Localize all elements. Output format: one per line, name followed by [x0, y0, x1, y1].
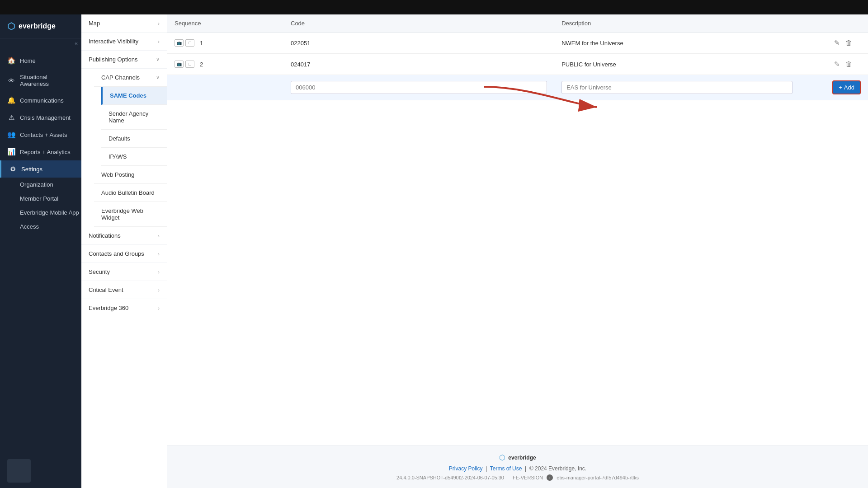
- sidebar-item-home[interactable]: 🏠 Home: [0, 52, 81, 69]
- delete-button-2[interactable]: 🗑: [844, 59, 854, 69]
- sidebar-item-home-label: Home: [20, 57, 36, 64]
- tv-icon: 📺: [175, 61, 184, 68]
- sidebar-nav: 🏠 Home 👁 Situational Awareness 🔔 Communi…: [0, 48, 81, 454]
- row-icons-1: 📺 □ 1: [175, 39, 276, 47]
- version-text: 24.4.0.0-SNAPSHOT-d5490f2-2024-06-07-05:…: [396, 475, 504, 480]
- submenu-item-web-posting[interactable]: Web Posting: [94, 166, 167, 184]
- terms-of-use-link[interactable]: Terms of Use: [490, 465, 522, 472]
- new-description-input[interactable]: [561, 81, 792, 94]
- sidebar-sub-item-everbridge-mobile-app[interactable]: Everbridge Mobile App: [20, 206, 81, 220]
- delete-button-1[interactable]: 🗑: [844, 38, 854, 47]
- copyright-text: © 2024 Everbridge, Inc.: [529, 465, 586, 472]
- submenu-item-same-codes[interactable]: SAME Codes: [101, 87, 167, 105]
- col-actions: [825, 14, 868, 33]
- submenu-panel: Map › Interactive Visibility › Publishin…: [81, 14, 167, 488]
- cell-sequence-2: 📺 □ 2: [167, 54, 283, 75]
- sidebar-sub-settings: Organization Member Portal Everbridge Mo…: [0, 178, 81, 234]
- sidebar: ⬡ everbridge « 🏠 Home 👁 Situational Awar…: [0, 14, 81, 488]
- col-description: Description: [554, 14, 825, 33]
- add-row-sequence: [167, 75, 283, 100]
- sidebar-item-reports-analytics-label: Reports + Analytics: [20, 149, 71, 155]
- same-codes-table: Sequence Code Description 📺 □ 1: [167, 14, 868, 100]
- sequence-number-2: 2: [200, 61, 203, 68]
- footer-version: 24.4.0.0-SNAPSHOT-d5490f2-2024-06-07-05:…: [175, 474, 861, 481]
- info-icon[interactable]: i: [547, 474, 553, 481]
- add-row-code-cell: [283, 75, 554, 100]
- table-row: 📺 □ 1 022051 NWEM for the Universe ✎ 🗑: [167, 33, 868, 54]
- sidebar-item-contacts-assets[interactable]: 👥 Contacts + Assets: [0, 126, 81, 143]
- add-row-description-cell: [554, 75, 825, 100]
- footer: ⬡ everbridge Privacy Policy | Terms of U…: [167, 446, 868, 488]
- chevron-right-icon: ›: [158, 251, 160, 257]
- privacy-policy-link[interactable]: Privacy Policy: [449, 465, 483, 472]
- submenu-item-audio-bulletin-board[interactable]: Audio Bulletin Board: [94, 184, 167, 202]
- submenu-item-defaults[interactable]: Defaults: [101, 130, 167, 148]
- submenu-item-contacts-and-groups[interactable]: Contacts and Groups ›: [81, 245, 167, 263]
- footer-logo-text: everbridge: [508, 455, 536, 461]
- sidebar-item-situational-awareness-label: Situational Awareness: [20, 74, 74, 87]
- chevron-down-icon: ∨: [156, 75, 160, 80]
- cell-description-2: PUBLIC for Universe: [554, 54, 825, 75]
- top-bar: [0, 0, 868, 14]
- settings-icon: ⚙: [9, 165, 17, 173]
- new-code-input[interactable]: [291, 81, 547, 94]
- submenu-item-everbridge-360[interactable]: Everbridge 360 ›: [81, 299, 167, 317]
- app-layout: ⬡ everbridge « 🏠 Home 👁 Situational Awar…: [0, 14, 868, 488]
- box-icon: □: [185, 39, 194, 47]
- footer-links: Privacy Policy | Terms of Use | © 2024 E…: [175, 465, 861, 472]
- sequence-number-1: 1: [200, 40, 203, 47]
- chevron-right-icon: ›: [158, 287, 160, 293]
- cell-actions-1: ✎ 🗑: [825, 33, 868, 54]
- submenu-item-security[interactable]: Security ›: [81, 263, 167, 281]
- sidebar-collapse-button[interactable]: «: [0, 38, 81, 48]
- submenu-item-map[interactable]: Map ›: [81, 14, 167, 33]
- cell-description-1: NWEM for the Universe: [554, 33, 825, 54]
- add-row-action: + Add: [825, 75, 868, 100]
- logo-text: everbridge: [19, 22, 56, 30]
- cell-code-1: 022051: [283, 33, 554, 54]
- sidebar-sub-item-organization[interactable]: Organization: [20, 178, 81, 192]
- edit-button-2[interactable]: ✎: [832, 59, 842, 69]
- submenu-item-everbridge-web-widget[interactable]: Everbridge Web Widget: [94, 202, 167, 227]
- plus-icon: +: [839, 84, 842, 91]
- add-button[interactable]: + Add: [832, 80, 861, 94]
- sidebar-item-communications[interactable]: 🔔 Communications: [0, 92, 81, 109]
- chevron-right-icon: ›: [158, 39, 160, 44]
- submenu-item-interactive-visibility[interactable]: Interactive Visibility ›: [81, 33, 167, 51]
- submenu-item-sender-agency-name[interactable]: Sender Agency Name: [101, 105, 167, 130]
- edit-button-1[interactable]: ✎: [832, 38, 842, 48]
- crisis-management-icon: ⚠: [7, 113, 15, 122]
- main-content: Sequence Code Description 📺 □ 1: [167, 14, 868, 488]
- table-row: 📺 □ 2 024017 PUBLIC for Universe ✎ 🗑: [167, 54, 868, 75]
- add-label: Add: [844, 84, 854, 91]
- submenu-item-notifications[interactable]: Notifications ›: [81, 227, 167, 245]
- box-icon: □: [185, 61, 194, 68]
- col-sequence: Sequence: [167, 14, 283, 33]
- submenu-sub-publishing-options: CAP Channels ∨ SAME Codes Sender Agency …: [81, 69, 167, 227]
- cell-actions-2: ✎ 🗑: [825, 54, 868, 75]
- home-icon: 🏠: [7, 56, 15, 65]
- sidebar-item-situational-awareness[interactable]: 👁 Situational Awareness: [0, 69, 81, 92]
- communications-icon: 🔔: [7, 96, 15, 104]
- sidebar-sub-item-member-portal[interactable]: Member Portal: [20, 192, 81, 206]
- submenu-item-cap-channels[interactable]: CAP Channels ∨: [94, 69, 167, 87]
- submenu-item-ipaws[interactable]: IPAWS: [101, 148, 167, 166]
- sidebar-item-reports-analytics[interactable]: 📊 Reports + Analytics: [0, 143, 81, 160]
- chevron-right-icon: ›: [158, 269, 160, 275]
- contacts-assets-icon: 👥: [7, 131, 15, 139]
- row-icons-2: 📺 □ 2: [175, 61, 276, 68]
- sidebar-sub-item-access[interactable]: Access: [20, 220, 81, 234]
- sidebar-item-crisis-management[interactable]: ⚠ Crisis Management: [0, 109, 81, 126]
- sidebar-item-crisis-management-label: Crisis Management: [20, 114, 71, 121]
- sidebar-item-settings[interactable]: ⚙ Settings: [0, 160, 81, 178]
- submenu-item-critical-event[interactable]: Critical Event ›: [81, 281, 167, 299]
- footer-logo: ⬡ everbridge: [175, 453, 861, 462]
- sidebar-item-contacts-assets-label: Contacts + Assets: [20, 131, 67, 138]
- add-row: + Add: [167, 75, 868, 100]
- sidebar-item-communications-label: Communications: [20, 97, 64, 104]
- cell-sequence-1: 📺 □ 1: [167, 33, 283, 54]
- cell-code-2: 024017: [283, 54, 554, 75]
- content-area: Sequence Code Description 📺 □ 1: [167, 14, 868, 446]
- tv-icon: 📺: [175, 39, 184, 47]
- submenu-item-publishing-options[interactable]: Publishing Options ∨: [81, 51, 167, 69]
